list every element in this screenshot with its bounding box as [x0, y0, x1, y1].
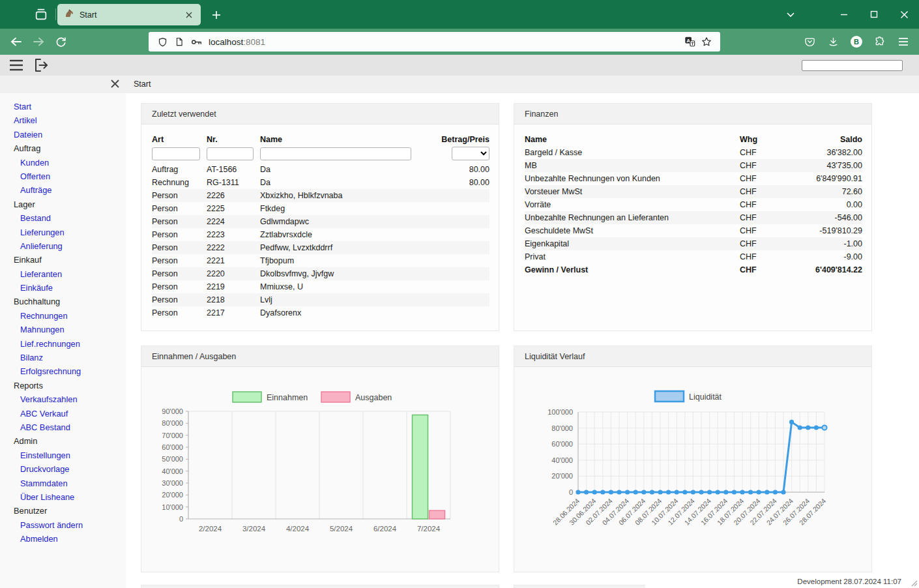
- sidebar-item-einkäufe[interactable]: Einkäufe: [0, 281, 126, 295]
- table-row[interactable]: Person2219Mmiuxse, U: [152, 280, 489, 293]
- table-row[interactable]: MBCHF43'735.00: [525, 159, 862, 172]
- table-row[interactable]: Person2222Pedfww, Lvzxtkddrrf: [152, 241, 489, 254]
- filter-input-name[interactable]: [260, 147, 411, 160]
- cell: -519'810.29: [785, 224, 862, 237]
- back-button[interactable]: [5, 32, 27, 51]
- table-row[interactable]: Person2217Dyafsorenx: [152, 306, 489, 319]
- table-row[interactable]: Person2220Dkolbsvfmvg, Jjvfgw: [152, 267, 489, 280]
- shield-icon[interactable]: [154, 35, 171, 49]
- cell: Unbezahlte Rechnungen von Kunden: [525, 172, 740, 185]
- close-app-tab-icon[interactable]: [110, 79, 121, 89]
- sidebar-item-offerten[interactable]: Offerten: [0, 169, 126, 183]
- sidebar-item-passwort-ändern[interactable]: Passwort ändern: [0, 518, 126, 532]
- key-icon[interactable]: [188, 35, 205, 49]
- table-row[interactable]: Person2225Ftkdeg: [152, 202, 489, 215]
- sidebar-toggle-icon[interactable]: [9, 59, 23, 71]
- partial-panel-header: [141, 585, 499, 588]
- extensions-puzzle-icon[interactable]: [869, 32, 891, 51]
- cell: Pedfww, Lvzxtkddrrf: [260, 241, 418, 254]
- svg-text:40'000: 40'000: [162, 467, 183, 475]
- window-maximize-button[interactable]: [859, 0, 889, 29]
- sidebar-item-einstellungen[interactable]: Einstellungen: [0, 448, 126, 462]
- table-row[interactable]: Person2224Gdlwmdapwc: [152, 215, 489, 228]
- table-row[interactable]: Person2218Lvlj: [152, 293, 489, 306]
- window-close-button[interactable]: [889, 0, 919, 29]
- sidebar-item-abmelden[interactable]: Abmelden: [0, 532, 126, 546]
- column-header-betrag-preis: Betrag/Preis: [418, 132, 489, 146]
- table-row[interactable]: Unbezahlte Rechnungen von KundenCHF6'849…: [525, 172, 862, 185]
- sidebar-item-druckvorlage[interactable]: Druckvorlage: [0, 462, 126, 476]
- svg-text:Einnahmen: Einnahmen: [267, 393, 308, 402]
- table-row[interactable]: Bargeld / KasseCHF36'382.00: [525, 146, 862, 159]
- table-row[interactable]: RechnungRG-1311Da80.00: [152, 176, 489, 189]
- window-minimize-button[interactable]: [829, 0, 859, 29]
- sidebar-item-abc-bestand[interactable]: ABC Bestand: [0, 420, 126, 434]
- url-text[interactable]: localhost:8081: [209, 37, 681, 47]
- firefox-view-icon[interactable]: [29, 5, 53, 23]
- filter-select-betrag-preis[interactable]: [452, 147, 489, 160]
- cell: Ftkdeg: [260, 202, 418, 215]
- bitwarden-icon[interactable]: B: [845, 32, 868, 51]
- sidebar-item-verkaufszahlen[interactable]: Verkaufszahlen: [0, 392, 126, 406]
- pocket-icon[interactable]: [798, 32, 821, 51]
- table-row[interactable]: PrivatCHF-9.00: [525, 250, 862, 263]
- table-row[interactable]: Unbezahlte Rechnungen an LieferantenCHF-…: [525, 211, 862, 224]
- sidebar-item-stammdaten[interactable]: Stammdaten: [0, 477, 126, 490]
- table-row[interactable]: Vorsteuer MwStCHF72.60: [525, 185, 862, 198]
- sidebar-item-über-lisheane[interactable]: Über Lisheane: [0, 490, 126, 504]
- app-menu-hamburger-icon[interactable]: [892, 32, 914, 51]
- logout-icon[interactable]: [34, 58, 50, 72]
- sidebar-item-bilanz[interactable]: Bilanz: [0, 351, 126, 364]
- table-row[interactable]: Geschuldete MwStCHF-519'810.29: [525, 224, 862, 237]
- finance-table: NameWhgSaldoBargeld / KasseCHF36'382.00M…: [525, 132, 862, 276]
- cell: Eigenkapital: [525, 237, 740, 250]
- new-tab-button[interactable]: [207, 6, 226, 24]
- column-header-name: Name: [525, 132, 740, 146]
- sidebar-item-kunden[interactable]: Kunden: [0, 156, 126, 169]
- sidebar-item-lieferungen[interactable]: Lieferungen: [0, 226, 126, 239]
- resize-grip-icon[interactable]: [910, 579, 918, 587]
- sidebar-item-aufträge[interactable]: Aufträge: [0, 183, 126, 197]
- app-tab-label[interactable]: Start: [134, 80, 151, 89]
- svg-text:0: 0: [569, 488, 573, 496]
- cell: -1.00: [785, 237, 862, 250]
- tab-close-icon[interactable]: [182, 8, 196, 22]
- svg-text:4/2024: 4/2024: [286, 525, 310, 533]
- sidebar-item-start[interactable]: Start: [0, 100, 126, 113]
- sidebar-item-abc-verkauf[interactable]: ABC Verkauf: [0, 407, 126, 420]
- tab-separator: [55, 8, 56, 20]
- forward-button[interactable]: [27, 32, 50, 51]
- sidebar-item-lieferanten[interactable]: Lieferanten: [0, 267, 126, 281]
- cell: 2223: [207, 228, 260, 241]
- translate-icon[interactable]: A: [681, 35, 698, 49]
- filter-input-nr[interactable]: [207, 147, 254, 160]
- sidebar-item-artikel[interactable]: Artikel: [0, 113, 126, 127]
- sidebar-item-erfolgsrechnung[interactable]: Erfolgsrechnung: [0, 364, 126, 378]
- sidebar-item-rechnungen[interactable]: Rechnungen: [0, 309, 126, 323]
- table-row[interactable]: EigenkapitalCHF-1.00: [525, 237, 862, 250]
- cell: [418, 293, 489, 306]
- url-bar[interactable]: localhost:8081 A: [149, 32, 720, 51]
- bookmark-star-icon[interactable]: [698, 35, 715, 49]
- sidebar-item-anlieferung[interactable]: Anlieferung: [0, 239, 126, 253]
- cell: -9.00: [785, 250, 862, 263]
- sidebar-item-dateien[interactable]: Dateien: [0, 128, 126, 141]
- cell: Person: [152, 215, 207, 228]
- reload-icon[interactable]: [50, 32, 72, 51]
- cell: [418, 306, 489, 319]
- browser-tab-start[interactable]: Start: [57, 4, 201, 25]
- table-row[interactable]: Person2223Zztlabvrsxdcle: [152, 228, 489, 241]
- cell: Tfjbopum: [260, 254, 418, 267]
- table-row[interactable]: AuftragAT-1566Da80.00: [152, 163, 489, 176]
- table-row[interactable]: VorräteCHF0.00: [525, 198, 862, 211]
- downloads-icon[interactable]: [822, 32, 844, 51]
- page-info-icon[interactable]: [171, 35, 188, 49]
- sidebar-item-lief-rechnungen[interactable]: Lief.rechnungen: [0, 337, 126, 351]
- filter-input-art[interactable]: [152, 147, 200, 160]
- sidebar-item-bestand[interactable]: Bestand: [0, 211, 126, 225]
- search-input[interactable]: [802, 60, 903, 71]
- tab-list-chevron-icon[interactable]: [776, 0, 806, 29]
- table-row[interactable]: Person2226Xbxizkho, Hblkfzvnaba: [152, 189, 489, 202]
- sidebar-item-mahnungen[interactable]: Mahnungen: [0, 323, 126, 336]
- table-row[interactable]: Person2221Tfjbopum: [152, 254, 489, 267]
